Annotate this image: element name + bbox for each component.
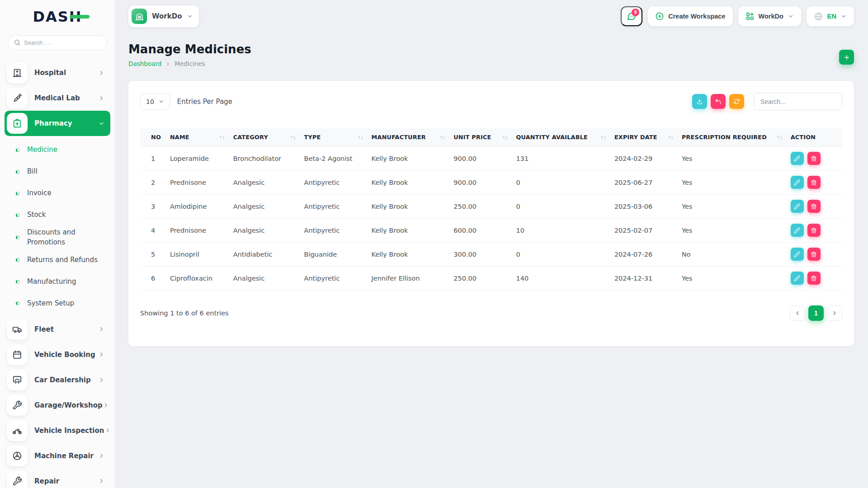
language-label: EN: [827, 13, 836, 20]
table-search-input[interactable]: [754, 93, 842, 110]
icon-tile: [7, 420, 28, 441]
create-workspace-button[interactable]: Create Workspace: [648, 6, 732, 26]
breadcrumb-current: Medicines: [175, 60, 205, 67]
fan-icon: [12, 451, 22, 461]
sidebar-subitem-returns-and-refunds[interactable]: Returns and Refunds: [5, 249, 110, 271]
edit-button[interactable]: [791, 272, 804, 285]
toolbar-actions: [692, 93, 842, 110]
sidebar-item-hospital[interactable]: Hospital: [5, 60, 110, 85]
cell-type: Antipyretic: [300, 266, 367, 290]
sidebar-subitem-invoice[interactable]: Invoice: [5, 183, 110, 204]
sidebar-item-label: Machine Repair: [34, 452, 94, 460]
sidebar-item-repair[interactable]: Repair: [5, 469, 110, 488]
entries-per-page-value: 10: [146, 98, 154, 105]
plus-circle-icon: [655, 12, 664, 21]
cell-name: Loperamide: [165, 146, 229, 170]
column-header-quantity-available[interactable]: QUANTITY AVAILABLE↑↓: [511, 128, 609, 146]
sort-icon: ↑↓: [776, 135, 782, 140]
delete-button[interactable]: [807, 200, 821, 213]
main-area: WorkDo 0 Create Workspace WorkDo: [115, 0, 868, 488]
delete-button[interactable]: [807, 224, 821, 237]
column-header-name[interactable]: NAME↑↓: [165, 128, 229, 146]
entries-per-page-select[interactable]: 10: [140, 93, 170, 110]
workspace-selector[interactable]: WorkDo: [128, 5, 199, 27]
edit-button[interactable]: [791, 224, 804, 237]
sidebar-item-label: Medical Lab: [34, 94, 80, 102]
column-header-manufacturer[interactable]: MANUFACTURER↑↓: [367, 128, 449, 146]
bullet-icon: [16, 148, 20, 152]
sidebar-search-input[interactable]: [8, 35, 107, 50]
sidebar-item-vehicle-booking[interactable]: Vehicle Booking: [5, 342, 110, 367]
edit-button[interactable]: [791, 200, 804, 213]
chevron-right-icon: [98, 70, 105, 76]
cell-name: Amlodipine: [165, 194, 229, 218]
van-icon: [12, 324, 22, 334]
cell-quantity-available: 0: [511, 194, 609, 218]
table-row: 3AmlodipineAnalgesicAntipyreticKelly Bro…: [140, 194, 842, 218]
sidebar-item-label: Car Dealership: [34, 376, 91, 384]
sidebar-subitem-discounts-and-promotions[interactable]: Discounts and Promotions: [5, 226, 110, 249]
cell-manufacturer: Kelly Brook: [367, 242, 449, 266]
cell-quantity-available: 10: [511, 218, 609, 242]
table-row: 2PrednisoneAnalgesicAntipyreticKelly Bro…: [140, 170, 842, 194]
refresh-button[interactable]: [729, 94, 744, 109]
reset-button[interactable]: [711, 94, 726, 109]
edit-button[interactable]: [791, 248, 804, 261]
export-download-button[interactable]: [692, 94, 707, 109]
sidebar-item-garage-workshop[interactable]: Garage/Workshop: [5, 393, 110, 418]
row-actions: [791, 248, 838, 261]
icon-tile: [7, 62, 28, 83]
bullet-icon: [16, 170, 20, 174]
sidebar-item-vehicle-inspection[interactable]: Vehicle Inspection: [5, 418, 110, 443]
column-header-unit-price[interactable]: UNIT PRICE↑↓: [449, 128, 511, 146]
delete-button[interactable]: [807, 248, 821, 261]
column-header-prescription-required[interactable]: PRESCRIPTION REQUIRED↑↓: [677, 128, 786, 146]
bullet-icon: [16, 192, 20, 196]
app-logo[interactable]: DASH: [33, 8, 82, 25]
sort-icon: ↑↓: [290, 135, 296, 140]
column-header-expiry-date[interactable]: EXPIRY DATE↑↓: [610, 128, 677, 146]
cell-type: Biguanide: [300, 242, 367, 266]
logo-dash-accent: [70, 15, 90, 19]
column-header-type[interactable]: TYPE↑↓: [300, 128, 367, 146]
sidebar-item-fleet[interactable]: Fleet: [5, 317, 110, 342]
sidebar-item-car-dealership[interactable]: Car Dealership: [5, 367, 110, 393]
page-number-button[interactable]: 1: [808, 305, 824, 321]
delete-button[interactable]: [807, 272, 821, 285]
sidebar-subitem-system-setup[interactable]: System Setup: [5, 293, 110, 314]
sidebar-item-machine-repair[interactable]: Machine Repair: [5, 443, 110, 469]
cell-quantity-available: 131: [511, 146, 609, 170]
card-footer: Showing 1 to 6 of 6 entries 1: [128, 291, 854, 321]
column-header-category[interactable]: CATEGORY↑↓: [229, 128, 300, 146]
breadcrumb-dashboard-link[interactable]: Dashboard: [128, 60, 161, 67]
next-page-button[interactable]: [827, 305, 842, 321]
cell-name: Ciprofloxacin: [165, 266, 229, 290]
chevron-right-icon: [103, 402, 109, 408]
chevron-right-icon: [98, 478, 105, 484]
sidebar-subitem-stock[interactable]: Stock: [5, 204, 110, 226]
trash-icon: [811, 203, 817, 210]
column-header-label: ACTION: [791, 134, 816, 141]
sidebar-item-medical-lab[interactable]: Medical Lab: [5, 85, 110, 111]
wrench-icon: [12, 400, 22, 410]
messages-button[interactable]: 0: [621, 6, 642, 26]
cell-unit-price: 250.00: [449, 266, 511, 290]
sidebar-subitem-label: System Setup: [27, 299, 74, 309]
language-selector[interactable]: EN: [807, 6, 854, 26]
delete-button[interactable]: [807, 152, 821, 165]
sidebar-subitem-manufacturing[interactable]: Manufacturing: [5, 271, 110, 293]
row-actions: [791, 200, 838, 213]
icon-tile: [7, 370, 28, 390]
add-medicine-button[interactable]: [839, 50, 854, 65]
sidebar-subitem-bill[interactable]: Bill: [5, 161, 110, 183]
sort-icon: ↑↓: [439, 135, 445, 140]
previous-page-button[interactable]: [790, 305, 805, 321]
sidebar-item-pharmacy[interactable]: Pharmacy: [5, 111, 110, 136]
bullet-icon: [16, 235, 20, 239]
pencil-icon: [794, 179, 800, 186]
app-switcher-button[interactable]: WorkDo: [738, 6, 801, 26]
delete-button[interactable]: [807, 176, 821, 189]
edit-button[interactable]: [791, 176, 804, 189]
sidebar-subitem-medicine[interactable]: Medicine: [5, 139, 110, 161]
edit-button[interactable]: [791, 152, 804, 165]
